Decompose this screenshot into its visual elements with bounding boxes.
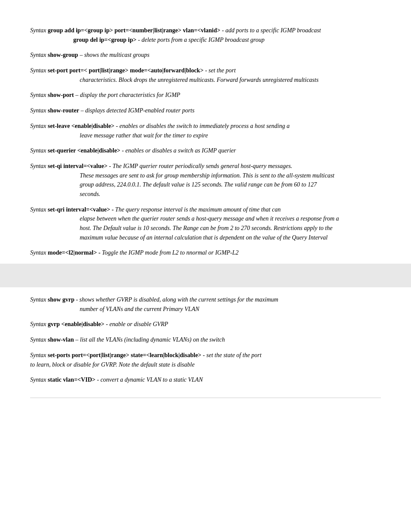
set-qri-cont3: maximum value because of an internal cal… xyxy=(80,233,381,243)
set-port-cont-desc: characteristics. Block drops the unregis… xyxy=(80,77,318,83)
set-ports-cont: to learn, block or disable for GVRP. Not… xyxy=(30,360,381,370)
syntax-label: Syntax xyxy=(30,206,48,213)
show-group-desc: – shows the multicast groups xyxy=(78,52,149,58)
set-leave-code: set-leave <enable|disable> xyxy=(48,123,115,129)
set-qi-desc: - The IGMP querier router periodically s… xyxy=(107,163,292,169)
set-qi-cont1-text: These messages are sent to ask for group… xyxy=(80,172,334,179)
set-qri-cont2-text: host. The Default value is 10 seconds. T… xyxy=(80,225,333,231)
set-leave-desc: - enables or disables the switch to imme… xyxy=(115,123,290,129)
group-del-line: group del ip=<group ip> - delete ports f… xyxy=(73,35,381,45)
set-port-code: set-port port=< port|list|range> mode=<a… xyxy=(48,67,204,74)
show-port-desc: – display the port characteristics for I… xyxy=(74,92,181,98)
set-qri-cont1-text: elapse between when the querier router s… xyxy=(80,215,339,222)
gvrp-code: gvrp <enable|disable> xyxy=(48,321,104,327)
show-gvrp-cont: number of VLANs and the current Primary … xyxy=(80,305,381,314)
set-qi-cont2: group address, 224.0.0.1. The default va… xyxy=(80,180,381,190)
set-ports-cont-text: to learn, block or disable for GVRP. Not… xyxy=(30,361,195,368)
syntax-label: Syntax xyxy=(30,27,48,34)
set-querier-code: set-querier <enable|disable> xyxy=(48,147,121,154)
syntax-set-leave: Syntax set-leave <enable|disable> - enab… xyxy=(30,121,381,140)
syntax-show-gvrp: Syntax show gvrp - shows whether GVRP is… xyxy=(30,295,381,314)
set-ports-desc: - set the state of the port xyxy=(201,352,262,358)
bottom-divider xyxy=(30,398,381,398)
syntax-set-ports: Syntax set-ports port=<port|list|range> … xyxy=(30,351,381,369)
group-add-code: group add ip=<group ip> port=<number|lis… xyxy=(48,27,221,34)
group-del-desc: - delete ports from a specific IGMP broa… xyxy=(137,37,265,43)
igmp-section: Syntax group add ip=<group ip> port=<num… xyxy=(30,26,381,258)
set-port-cont: characteristics. Block drops the unregis… xyxy=(80,75,381,85)
syntax-label: Syntax xyxy=(30,107,48,114)
set-qri-cont2: host. The Default value is 10 seconds. T… xyxy=(80,224,381,233)
set-qi-cont1: These messages are sent to ask for group… xyxy=(80,171,381,180)
set-leave-cont: leave message rather that wait for the t… xyxy=(80,131,381,140)
set-qri-code: set-qri interval=<value> - xyxy=(48,206,114,213)
syntax-label: Syntax xyxy=(30,321,48,327)
syntax-label: Syntax xyxy=(30,296,48,303)
syntax-show-port: Syntax show-port – display the port char… xyxy=(30,90,381,100)
syntax-mode: Syntax mode=<l2|normal> - Toggle the IGM… xyxy=(30,248,381,258)
set-qi-cont2-text: group address, 224.0.0.1. The default va… xyxy=(80,181,317,188)
syntax-gvrp-enable: Syntax gvrp <enable|disable> - enable or… xyxy=(30,320,381,329)
set-port-desc: - set the port xyxy=(203,67,236,74)
show-vlan-desc: – list all the VLANs (including dynamic … xyxy=(74,336,225,343)
syntax-set-querier: Syntax set-querier <enable|disable> - en… xyxy=(30,146,381,156)
syntax-label: Synta xyxy=(30,163,44,169)
show-port-code: show-port xyxy=(48,92,74,98)
static-vlan-code: static vlan=<VID> xyxy=(48,376,96,383)
syntax-set-qi: Syntax set-qi interval=<value> - The IGM… xyxy=(30,162,381,199)
group-add-desc: - add ports to a specific IGMP broadcast xyxy=(221,27,321,34)
syntax-label: Syntax xyxy=(30,352,48,358)
syntax-label: Syntax xyxy=(30,376,48,383)
syntax-show-group: Syntax show-group – shows the multicast … xyxy=(30,50,381,60)
gvrp-section: Syntax show gvrp - shows whether GVRP is… xyxy=(30,295,381,385)
set-qri-desc: The query response interval is the maxim… xyxy=(114,206,281,213)
syntax-set-qri: Syntax set-qri interval=<value> - The qu… xyxy=(30,205,381,243)
group-del-code: group del ip=<group ip> xyxy=(73,37,137,43)
show-vlan-code: show-vlan xyxy=(48,336,74,343)
set-querier-desc: - enables or disables a switch as IGMP q… xyxy=(120,147,236,154)
show-router-desc: – displays detected IGMP-enabled router … xyxy=(79,107,195,114)
show-group-code: show-group xyxy=(48,52,78,58)
set-qi-cont3-text: seconds. xyxy=(80,191,100,197)
static-vlan-desc: - convert a dynamic VLAN to a static VLA… xyxy=(95,376,202,383)
show-gvrp-code: show gvrp xyxy=(48,296,75,303)
syntax-set-port: Syntax set-port port=< port|list|range> … xyxy=(30,66,381,84)
syntax-label-italic: x xyxy=(44,163,48,169)
set-qri-cont3-text: maximum value because of an internal cal… xyxy=(80,234,327,241)
syntax-show-vlan: Syntax show-vlan – list all the VLANs (i… xyxy=(30,335,381,345)
gvrp-desc: - enable or disable GVRP xyxy=(104,321,168,327)
set-qi-cont3: seconds. xyxy=(80,190,381,199)
set-leave-cont-desc: leave message rather that wait for the t… xyxy=(80,132,208,139)
show-gvrp-desc: - shows whether GVRP is disabled, along … xyxy=(75,296,278,303)
set-qri-cont1: elapse between when the querier router s… xyxy=(80,214,381,224)
syntax-static-vlan: Syntax static vlan=<VID> - convert a dyn… xyxy=(30,375,381,385)
show-gvrp-cont-text: number of VLANs and the current Primary … xyxy=(80,306,199,312)
syntax-label: Syntax xyxy=(30,336,48,343)
syntax-label: Syntax xyxy=(30,249,48,256)
syntax-label: Syntax xyxy=(30,147,48,154)
mode-code: mode=<l2|normal> - xyxy=(48,249,100,256)
page: Syntax group add ip=<group ip> port=<num… xyxy=(0,0,411,532)
set-ports-code: set-ports port=<port|list|range> state=<… xyxy=(48,352,202,358)
show-router-code: show-router xyxy=(48,107,79,114)
mode-desc: Toggle the IGMP mode from L2 to nnormal … xyxy=(100,249,239,256)
syntax-label: Syntax xyxy=(30,123,48,129)
syntax-label: Syntax xyxy=(30,67,48,74)
set-qi-code: set-qi interval=<value> xyxy=(48,163,108,169)
section-divider xyxy=(0,264,411,287)
syntax-group-add: Syntax group add ip=<group ip> port=<num… xyxy=(30,26,381,44)
syntax-show-router: Syntax show-router – displays detected I… xyxy=(30,106,381,115)
syntax-label: Syntax xyxy=(30,52,48,58)
syntax-label: Syntax xyxy=(30,92,48,98)
